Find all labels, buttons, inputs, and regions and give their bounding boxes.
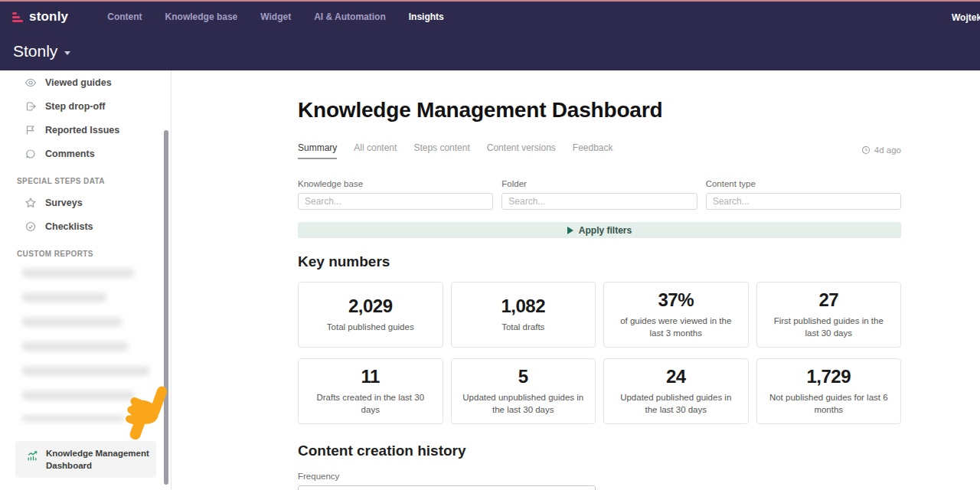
stat-label: Total published guides	[327, 322, 414, 334]
sidebar-section-special-steps-data: SPECIAL STEPS DATA	[0, 177, 171, 185]
blurred-report-item[interactable]	[21, 390, 135, 400]
page-title: Knowledge Management Dashboard	[298, 98, 901, 122]
blurred-report-item[interactable]	[21, 292, 107, 302]
stat-card-first-published: 27 First published guides in the last 30…	[756, 282, 902, 348]
nav-item-content[interactable]: Content	[107, 11, 142, 22]
stat-label: Drafts created in the last 30 days	[309, 392, 433, 416]
frequency-label: Frequency	[298, 472, 901, 481]
blurred-report-item[interactable]	[21, 268, 135, 278]
sidebar-item-label: Step drop-off	[45, 101, 105, 112]
sidebar-item-label: Viewed guides	[45, 77, 112, 88]
page-body: Viewed guides Step drop-off Reported Iss…	[0, 70, 980, 490]
nav-item-widget[interactable]: Widget	[260, 11, 291, 22]
brand-name: stonly	[29, 8, 68, 26]
stat-value: 24	[666, 366, 686, 387]
sidebar-item-knowledge-management-dashboard[interactable]: Knowledge ManagementDashboard	[15, 441, 156, 478]
sidebar-item-viewed-guides[interactable]: Viewed guides	[0, 70, 171, 94]
stat-value: 27	[818, 289, 838, 311]
stat-card-updated-published: 24 Updated published guides in the last …	[603, 358, 749, 424]
sidebar-item-reported-issues[interactable]: Reported Issues	[0, 118, 171, 142]
clock-icon	[861, 145, 871, 155]
filter-content-type: Content type	[706, 179, 901, 210]
workspace-switcher[interactable]: Stonly	[13, 42, 70, 60]
stat-label: First published guides in the last 30 da…	[767, 315, 891, 339]
filter-label: Folder	[501, 179, 697, 188]
top-navbar: stonly Content Knowledge base Widget AI …	[0, 2, 980, 32]
stat-card-updated-unpublished: 5 Updated unpublished guides in the last…	[451, 358, 596, 424]
sidebar-item-label: Knowledge ManagementDashboard	[46, 447, 149, 472]
sidebar-item-surveys[interactable]: Surveys	[0, 191, 171, 214]
blurred-report-item[interactable]	[21, 366, 150, 376]
tab-all-content[interactable]: All content	[354, 142, 397, 159]
stat-label: Updated published guides in the last 30 …	[614, 392, 738, 416]
sidebar-item-label: Checklists	[45, 221, 93, 232]
workspace-header: Stonly	[0, 32, 980, 70]
report-chart-icon	[26, 449, 39, 462]
stonly-logo-icon	[12, 11, 24, 23]
filters-row: Knowledge base Folder Content type	[298, 179, 901, 210]
stat-label: Updated unpublished guides in the last 3…	[462, 392, 586, 416]
folder-search-input[interactable]	[501, 193, 697, 210]
stat-label: Not published guides for last 6 months	[767, 392, 891, 416]
blurred-report-item[interactable]	[21, 317, 122, 327]
tab-content-versions[interactable]: Content versions	[487, 142, 556, 159]
stat-value: 1,729	[806, 366, 851, 387]
sidebar-scrollbar-thumb[interactable]	[164, 130, 168, 485]
main-content: Knowledge Management Dashboard Summary A…	[172, 70, 980, 490]
sidebar-item-step-drop-off[interactable]: Step drop-off	[0, 94, 171, 118]
nav-item-knowledge-base[interactable]: Knowledge base	[165, 11, 238, 22]
knowledge-base-search-input[interactable]	[298, 193, 493, 210]
filter-label: Knowledge base	[298, 179, 493, 188]
tab-summary[interactable]: Summary	[298, 142, 337, 159]
apply-filters-label: Apply filters	[579, 225, 632, 236]
blurred-report-item[interactable]	[21, 415, 125, 422]
star-icon	[24, 197, 37, 209]
stat-label: of guides were viewed in the last 3 mont…	[614, 315, 738, 339]
last-updated-text: 4d ago	[874, 145, 901, 155]
last-updated: 4d ago	[861, 145, 901, 159]
nav-item-insights[interactable]: Insights	[409, 11, 444, 22]
flag-icon	[24, 124, 37, 136]
content-history-title: Content creation history	[298, 443, 901, 459]
sidebar-item-label: Surveys	[45, 198, 83, 208]
sidebar-section-custom-reports: CUSTOM REPORTS	[0, 250, 171, 258]
play-icon	[567, 227, 573, 234]
main-nav: Content Knowledge base Widget AI & Autom…	[107, 11, 443, 22]
stat-card-not-published: 1,729 Not published guides for last 6 mo…	[756, 358, 902, 424]
stat-card-drafts-created: 11 Drafts created in the last 30 days	[298, 358, 443, 424]
ukraine-flag-icon	[71, 8, 81, 15]
apply-filters-button[interactable]: Apply filters	[298, 222, 901, 238]
blurred-report-item[interactable]	[21, 341, 129, 351]
nav-item-ai-automation[interactable]: AI & Automation	[314, 11, 386, 22]
stat-value: 1,082	[501, 296, 545, 317]
insights-sidebar: Viewed guides Step drop-off Reported Iss…	[0, 70, 172, 490]
sidebar-item-label: Reported Issues	[45, 125, 119, 136]
stonly-logo[interactable]: stonly	[12, 8, 81, 26]
key-numbers-grid: 2,029 Total published guides 1,082 Total…	[298, 282, 901, 424]
stat-card-total-drafts: 1,082 Total drafts	[451, 282, 596, 348]
filter-label: Content type	[706, 179, 901, 188]
frequency-field: Frequency Monthly	[298, 472, 901, 490]
user-menu[interactable]: Wojtek K	[952, 12, 980, 23]
frequency-select[interactable]: Monthly	[298, 485, 596, 490]
check-circle-icon	[24, 220, 37, 233]
eye-icon	[24, 77, 37, 89]
filter-folder: Folder	[501, 179, 697, 210]
sidebar-item-checklists[interactable]: Checklists	[0, 214, 171, 238]
comment-icon	[24, 148, 37, 160]
chevron-down-icon	[64, 51, 70, 55]
stat-card-guides-viewed-pct: 37% of guides were viewed in the last 3 …	[603, 282, 749, 348]
filter-knowledge-base: Knowledge base	[298, 179, 493, 210]
step-out-icon	[24, 100, 37, 113]
stat-value: 2,029	[348, 296, 393, 317]
stat-value: 11	[361, 366, 380, 387]
custom-reports-list	[0, 268, 171, 422]
stat-label: Total drafts	[501, 322, 544, 334]
sidebar-item-comments[interactable]: Comments	[0, 142, 171, 165]
tab-feedback[interactable]: Feedback	[573, 142, 613, 159]
sidebar-item-label: Comments	[45, 149, 95, 159]
stat-value: 5	[518, 366, 528, 387]
tab-steps-content[interactable]: Steps content	[413, 142, 469, 159]
content-type-search-input[interactable]	[706, 193, 901, 210]
dashboard-tabs: Summary All content Steps content Conten…	[298, 142, 901, 159]
